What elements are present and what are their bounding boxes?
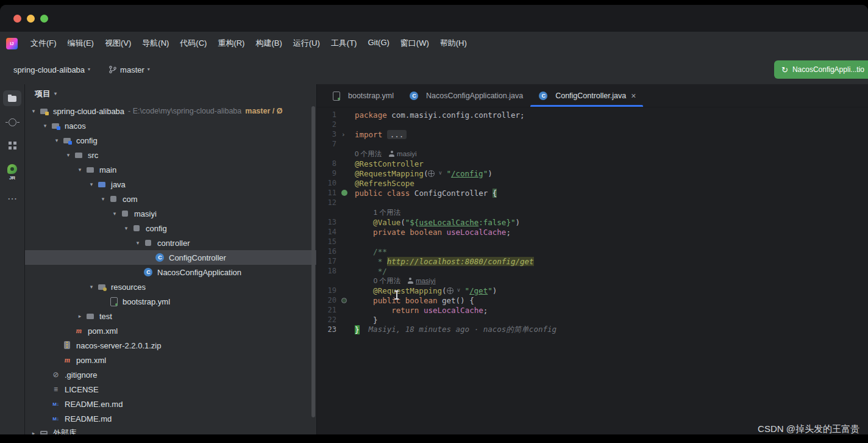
code-line[interactable]: 1package com.masiyi.config.controller; [317,110,868,120]
menu-item-11[interactable]: 窗口(W) [395,35,435,52]
tree-item-masiyi[interactable]: ▾masiyi [25,206,316,221]
line-number: 19 [317,286,339,295]
tree-license-icon: ≡ [51,384,61,394]
chevron-down-icon[interactable]: ▾ [121,225,131,231]
tree-item-readme-md[interactable]: M↓README.md [25,411,316,426]
tree-item-config[interactable]: ▾config [25,221,316,236]
chevron-down-icon[interactable]: ▾ [40,123,50,129]
code-line[interactable]: 14 private boolean useLocalCache; [317,227,868,237]
code-line[interactable]: 23} Masiyi, 18 minutes ago · nacos的简单con… [317,325,868,334]
code-line[interactable]: 15 [317,237,868,247]
structure-tool-window[interactable] [3,137,21,153]
chevron-right-icon[interactable]: ▸ [29,430,38,434]
chevron-right-icon[interactable]: ▸ [75,313,85,319]
tree-archive-icon [62,340,73,350]
tree-item-label: java [111,180,126,189]
code-area[interactable]: 1package com.masiyi.config.controller;23… [317,107,868,434]
menu-item-4[interactable]: 导航(N) [137,35,174,52]
tab-nacosconfigapplication-java[interactable]: CNacosConfigApplication.java [401,84,530,107]
tab-configcontroller-java[interactable]: CConfigController.java× [530,84,643,107]
code-line[interactable]: 10@RefreshScope [317,178,868,188]
menu-item-7[interactable]: 构建(B) [250,35,287,52]
code-line[interactable]: 13 @Value("${useLocalCache:false}") [317,217,868,227]
code-line[interactable]: 7 [317,139,868,149]
tree-item-pom-xml[interactable]: mpom.xml [25,353,316,367]
code-line[interactable]: 22 } [317,315,868,325]
project-selector[interactable]: spring-cloud-alibaba ▾ [9,62,95,77]
commit-tool-window[interactable] [3,114,21,129]
tree-item-license[interactable]: ≡LICENSE [25,382,316,397]
menu-item-3[interactable]: 视图(V) [99,35,137,52]
chevron-down-icon[interactable]: ▾ [52,137,62,143]
tree-item-test[interactable]: ▸test [25,309,316,323]
tree-item-controller[interactable]: ▾controller [25,236,316,250]
project-tree-scrollbar[interactable] [311,106,315,417]
tree-item-src[interactable]: ▾src [25,148,316,162]
tree-item-pom-xml[interactable]: mpom.xml [25,323,316,338]
tree-item-main[interactable]: ▾main [25,162,316,177]
tree-item-com[interactable]: ▾com [25,192,316,206]
fold-arrow-icon[interactable]: › [341,131,346,139]
code-line[interactable]: 2 [317,120,868,129]
code-token: } [355,325,360,334]
tree-item-bootstrap-yml[interactable]: bootstrap.yml [25,294,316,309]
menu-item-1[interactable]: 文件(F) [25,35,62,52]
chevron-down-icon[interactable]: ▾ [75,167,85,173]
tab-bootstrap-yml[interactable]: bootstrap.yml [323,84,401,107]
chevron-down-icon[interactable]: ▾ [98,196,108,202]
code-line[interactable]: 11public class ConfigController { [317,188,868,198]
tree-item-java[interactable]: ▾java [25,177,316,192]
project-panel-header[interactable]: 项目 ▾ [25,84,316,104]
code-line[interactable]: 20 public boolean get() { [317,295,868,305]
chevron-down-icon[interactable]: ▾ [133,240,143,246]
tree-item--gitignore[interactable]: ⊘.gitignore [25,367,316,382]
chevron-down-icon[interactable]: ▾ [110,211,119,217]
vcs-branch-widget[interactable]: master ▾ [104,62,155,77]
code-line[interactable]: 8@RestController [317,159,868,168]
menu-item-9[interactable]: 工具(T) [326,35,363,52]
code-line[interactable]: 9@RequestMapping(v"/config") [317,168,868,178]
tab-label: bootstrap.yml [348,92,394,100]
line-number: 3 [317,130,339,139]
project-tool-window[interactable] [3,90,21,106]
code-token: ( [424,169,429,178]
tree-item-config[interactable]: ▾config [25,133,316,148]
chevron-down-icon[interactable]: ▾ [87,181,96,187]
menu-item-6[interactable]: 重构(R) [212,35,250,52]
ide-window: IJ 文件(F)编辑(E)视图(V)导航(N)代码(C)重构(R)构建(B)运行… [0,5,868,434]
menu-item-10[interactable]: Git(G) [362,35,394,52]
tree-item-nacosconfigapplication[interactable]: CNacosConfigApplication [25,265,316,279]
more-tool-windows[interactable]: ⋯ [3,192,21,207]
code-line[interactable]: 21 return useLocalCache; [317,305,868,315]
code-line[interactable]: 16 /** [317,247,868,256]
chevron-down-icon[interactable]: ▾ [87,284,96,290]
close-button[interactable] [13,15,21,23]
chevron-down-icon[interactable]: ▾ [63,152,73,158]
code-line[interactable]: 18 */ [317,266,868,276]
jrebel-plugin-label: JR [9,175,15,181]
tree-item-readme-en-md[interactable]: M↓README.en.md [25,397,316,411]
tree-item--[interactable]: ▸外部库 [25,426,316,434]
tree-module-icon [62,135,73,145]
code-line[interactable]: 12 [317,198,868,207]
tree-item-resources[interactable]: ▾resources [25,279,316,294]
zoom-button[interactable] [40,15,48,23]
tree-item-nacos-server-2-2-0-1-zip[interactable]: nacos-server-2.2.0.1.zip [25,338,316,353]
minimize-button[interactable] [27,15,35,23]
chevron-down-icon[interactable]: ▾ [29,108,38,114]
menu-item-2[interactable]: 编辑(E) [62,35,99,52]
code-line[interactable]: 17 * http://localhost:8080/config/get [317,256,868,266]
menu-item-12[interactable]: 帮助(H) [435,35,472,52]
jrebel-plugin[interactable]: JR [3,161,21,184]
menu-item-8[interactable]: 运行(U) [288,35,326,52]
tree-item-nacos[interactable]: ▾nacos [25,118,316,133]
code-line[interactable]: 19 @RequestMapping(v"/get") [317,286,868,295]
code-line[interactable]: 3›import ... [317,129,868,139]
request-mapping-gutter-icon[interactable] [341,298,347,303]
tree-item-spring-cloud-alibaba[interactable]: ▾spring-cloud-alibaba- E:\code\my\spring… [25,104,316,118]
tree-item-configcontroller[interactable]: CConfigController [25,250,316,265]
close-icon[interactable]: × [631,91,636,101]
menu-item-5[interactable]: 代码(C) [174,35,212,52]
spring-bean-gutter-icon[interactable] [341,190,347,196]
run-configuration-button[interactable]: ↻ NacosConfigAppli...tio [774,60,868,79]
